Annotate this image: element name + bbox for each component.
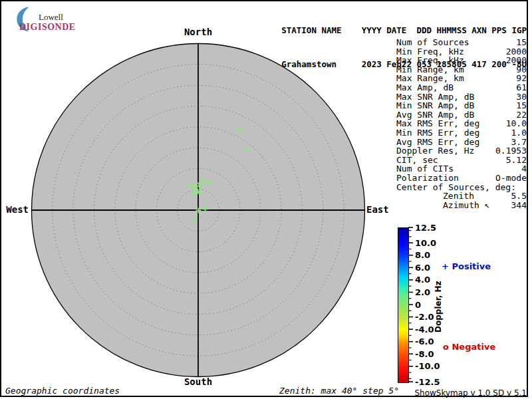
- colorbar-tick-label: 6.0: [415, 263, 430, 273]
- compass-label-north: North: [165, 27, 231, 37]
- software-version: ShowSkymap v 1.0 SD v 5.1: [414, 388, 527, 398]
- stat-label: Max Amp, dB: [396, 83, 454, 92]
- legend-positive: + Positive: [442, 261, 491, 271]
- stat-row: PolarizationO-mode: [396, 174, 527, 183]
- stat-row: Min SNR Amp, dB15: [396, 101, 527, 110]
- stat-label: Center of Sources, deg:: [396, 183, 516, 192]
- stat-value: 61: [516, 83, 527, 92]
- compass-label-west: West: [3, 204, 29, 215]
- colorbar-tick-label: 0: [415, 300, 421, 310]
- stat-value: 5.5: [511, 192, 527, 201]
- stat-label: Zenith: [396, 192, 474, 201]
- stat-row: Avg RMS Err, deg3.7: [396, 138, 527, 147]
- stat-value: 5.12: [506, 156, 527, 165]
- stat-row: Azimuth ↖344: [396, 201, 527, 210]
- colorbar-tick-label: 4.0: [415, 275, 430, 285]
- stat-label: Max Freq, kHz: [396, 56, 464, 65]
- skymap-polar-plot: [31, 43, 366, 378]
- stat-row: Avg SNR Amp, dB22: [396, 110, 527, 120]
- stat-label: Num of CITs: [396, 164, 454, 174]
- stat-row: Max Freq, kHz2000: [396, 56, 527, 65]
- stat-label: CIT, sec: [396, 156, 438, 165]
- stat-label: Max Range, km: [396, 74, 464, 83]
- colorbar-tick-label: 12.5: [415, 223, 436, 233]
- stat-value: 4: [521, 164, 527, 174]
- stat-label: Doppler Res, Hz: [396, 146, 474, 156]
- colorbar-tick-label: -8.0: [415, 349, 434, 359]
- stat-value: 1.0: [511, 128, 527, 138]
- lowell-digisonde-logo: Lowell DIGISONDE: [8, 4, 81, 33]
- stat-value: 2000: [506, 47, 527, 57]
- skymap-window: Lowell DIGISONDE STATION NAME YYYY DATE …: [0, 0, 532, 399]
- legend-positive-label: Positive: [452, 261, 491, 271]
- stat-value: 15: [516, 38, 527, 47]
- colorbar-tick-label: -4.0: [415, 325, 434, 334]
- colorbar-tick-label: 2.0: [415, 287, 430, 297]
- stat-label: Num of Sources: [396, 38, 469, 47]
- stat-row: Doppler Res, Hz0.1953: [396, 146, 527, 156]
- stat-label: Polarization: [396, 174, 459, 183]
- plus-symbol-icon: +: [442, 261, 449, 271]
- stat-label: Max SNR Amp, dB: [396, 92, 474, 102]
- stat-value: 2000: [506, 56, 527, 65]
- stat-value: 0.1953: [495, 146, 527, 156]
- stat-label: Max RMS Err, deg: [396, 119, 479, 128]
- stat-label: Min Range, km: [396, 65, 464, 74]
- colorbar-tick-label: 10.0: [415, 238, 436, 248]
- colorbar-tick-label: -6.0: [415, 336, 434, 346]
- doppler-colorbar: [398, 227, 409, 383]
- stat-label: Azimuth ↖: [396, 201, 489, 210]
- stat-label: Min RMS Err, deg: [396, 128, 479, 138]
- coordinates-note: Geographic coordinates: [5, 386, 120, 396]
- header-column-titles: STATION NAME YYYY DATE DDD HHMMSS AXN PP…: [281, 25, 527, 36]
- stat-row: Min RMS Err, deg1.0: [396, 128, 527, 138]
- stat-row: Max SNR Amp, dB30: [396, 92, 527, 102]
- stat-row: Num of CITs4: [396, 164, 527, 174]
- colorbar-tick-label: -10.0: [415, 361, 440, 371]
- stat-label: Avg RMS Err, deg: [396, 138, 479, 147]
- stat-value: 344: [511, 201, 527, 210]
- stat-row: Max Amp, dB61: [396, 83, 527, 92]
- circle-symbol-icon: o: [443, 342, 449, 352]
- stat-row: Max Range, km92: [396, 74, 527, 83]
- zenith-range-note: Zenith: max 40° step 5°: [279, 386, 399, 396]
- colorbar-axis-label: Doppler, Hz: [434, 281, 443, 332]
- stat-label: Min Freq, kHz: [396, 47, 464, 57]
- stat-value: 3.7: [511, 138, 527, 147]
- stat-row: CIT, sec5.12: [396, 156, 527, 165]
- legend-negative: o Negative: [443, 342, 495, 352]
- stat-value: 10.0: [506, 119, 527, 128]
- stat-label: Min SNR Amp, dB: [396, 101, 474, 110]
- logo-digisonde-text: DIGISONDE: [19, 22, 76, 33]
- stat-row: Zenith5.5: [396, 192, 527, 201]
- colorbar-tick-label: -12.5: [415, 377, 440, 387]
- stat-value: 92: [516, 74, 527, 83]
- stat-row: Max RMS Err, deg10.0: [396, 119, 527, 128]
- stats-panel: Num of Sources15Min Freq, kHz2000Max Fre…: [396, 38, 527, 209]
- stat-row: Min Freq, kHz2000: [396, 47, 527, 57]
- logo-lowell-text: Lowell: [39, 12, 63, 23]
- stat-value: O-mode: [495, 174, 527, 183]
- stat-value: 22: [516, 110, 527, 120]
- colorbar-tick-label: -2.0: [415, 312, 434, 322]
- compass-label-south: South: [165, 376, 231, 387]
- colorbar-tick-scale: 12.510.08.06.04.02.00-2.0-4.0-6.0-8.0-10…: [408, 223, 456, 387]
- stat-label: Avg SNR Amp, dB: [396, 110, 474, 120]
- stat-value: 30: [516, 92, 527, 102]
- stat-value: 15: [516, 101, 527, 110]
- legend-negative-label: Negative: [452, 342, 495, 352]
- colorbar-tick-label: 8.0: [415, 250, 430, 260]
- stat-row: Center of Sources, deg:: [396, 183, 527, 192]
- stat-value: 90: [516, 65, 527, 74]
- stat-row: Min Range, km90: [396, 65, 527, 74]
- stat-row: Num of Sources15: [396, 38, 527, 47]
